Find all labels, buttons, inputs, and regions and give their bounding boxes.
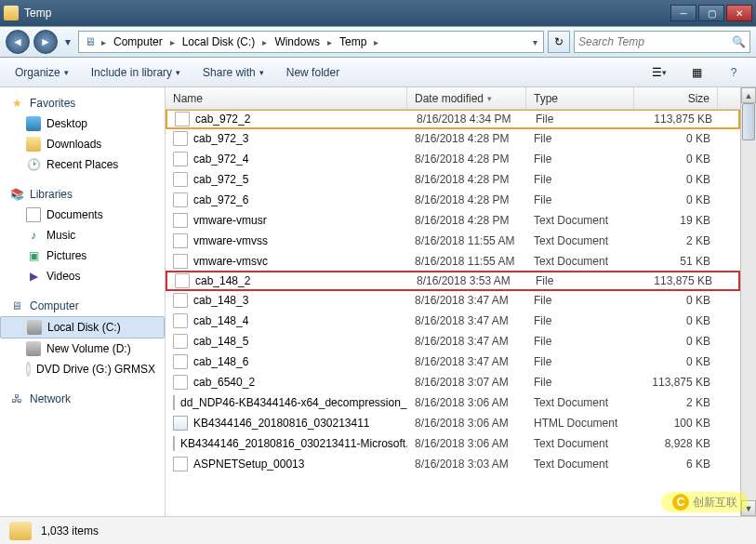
watermark: C 创新互联 — [661, 492, 749, 512]
preview-pane-button[interactable]: ▦ — [683, 63, 710, 82]
file-row[interactable]: vmware-vmsvc8/16/2018 11:55 AMText Docum… — [166, 251, 740, 272]
sidebar-item-dvd-drive[interactable]: DVD Drive (G:) GRMSX — [0, 359, 165, 379]
file-row[interactable]: cab_148_48/16/2018 3:47 AMFile0 KB — [166, 311, 740, 331]
sidebar-item-new-volume-d[interactable]: New Volume (D:) — [0, 338, 165, 359]
file-row[interactable]: dd_NDP46-KB4344146-x64_decompression_log… — [166, 392, 740, 413]
new-folder-button[interactable]: New folder — [281, 62, 345, 83]
file-type: File — [526, 193, 634, 206]
file-row[interactable]: cab_148_58/16/2018 3:47 AMFile0 KB — [166, 331, 740, 352]
file-row[interactable]: cab_972_68/16/2018 4:28 PMFile0 KB — [166, 190, 740, 210]
file-date: 8/16/2018 3:47 AM — [407, 294, 526, 307]
address-dropdown-icon[interactable]: ▾ — [531, 37, 539, 47]
file-row[interactable]: cab_972_28/16/2018 4:34 PMFile113,875 KB — [166, 109, 740, 129]
column-name[interactable]: Name — [166, 87, 407, 109]
sidebar-item-videos[interactable]: ▶Videos — [0, 266, 165, 286]
sidebar-item-documents[interactable]: Documents — [0, 205, 165, 225]
watermark-logo-icon: C — [672, 494, 689, 511]
column-size[interactable]: Size — [634, 87, 718, 109]
file-row[interactable]: KB4344146_20180816_030213411-Microsoft..… — [166, 433, 740, 454]
file-row[interactable]: cab_6540_28/16/2018 3:07 AMFile113,875 K… — [166, 372, 740, 392]
file-size: 0 KB — [634, 314, 718, 327]
favorites-header[interactable]: ★Favorites — [0, 93, 165, 113]
refresh-button[interactable]: ↻ — [548, 31, 570, 53]
file-icon — [173, 254, 188, 269]
file-icon — [173, 416, 188, 431]
file-size: 51 KB — [634, 255, 718, 268]
column-type[interactable]: Type — [526, 87, 634, 109]
view-options-button[interactable]: ☰▾ — [646, 63, 672, 82]
close-button[interactable]: ✕ — [726, 5, 752, 21]
computer-icon: 🖥 — [9, 299, 24, 313]
file-icon — [173, 192, 188, 207]
folder-icon — [26, 137, 41, 152]
file-row[interactable]: cab_148_28/16/2018 3:53 AMFile113,875 KB — [166, 271, 740, 291]
search-input[interactable] — [578, 35, 732, 48]
videos-icon: ▶ — [26, 269, 41, 284]
file-name: cab_148_4 — [193, 314, 248, 327]
file-size: 0 KB — [634, 153, 718, 166]
sidebar-item-desktop[interactable]: Desktop — [0, 113, 165, 134]
file-type: File — [528, 274, 636, 287]
file-name: cab_972_4 — [193, 153, 248, 166]
file-row[interactable]: KB4344146_20180816_0302134118/16/2018 3:… — [166, 413, 740, 433]
file-icon — [173, 233, 188, 248]
sidebar-item-downloads[interactable]: Downloads — [0, 134, 165, 154]
scroll-up-button[interactable]: ▲ — [741, 87, 756, 103]
file-icon — [173, 334, 188, 349]
breadcrumb[interactable]: Computer — [110, 32, 166, 52]
file-size: 113,875 KB — [636, 274, 720, 287]
maximize-button[interactable]: ▢ — [698, 5, 724, 21]
history-dropdown[interactable]: ▾ — [61, 30, 74, 54]
back-button[interactable]: ◄ — [6, 30, 30, 54]
help-button[interactable]: ? — [721, 63, 747, 82]
sidebar-item-music[interactable]: ♪Music — [0, 225, 165, 245]
file-size: 19 KB — [634, 214, 718, 227]
file-row[interactable]: cab_972_48/16/2018 4:28 PMFile0 KB — [166, 149, 740, 169]
column-date-modified[interactable]: Date modified▾ — [407, 87, 526, 109]
file-date: 8/16/2018 3:53 AM — [409, 274, 528, 287]
file-date: 8/16/2018 4:28 PM — [407, 173, 526, 186]
libraries-header[interactable]: 📚Libraries — [0, 184, 165, 205]
libraries-icon: 📚 — [9, 187, 24, 202]
file-date: 8/16/2018 3:47 AM — [407, 335, 526, 348]
file-type: File — [526, 314, 634, 327]
include-library-button[interactable]: Include in library▾ — [86, 62, 186, 83]
sidebar-item-pictures[interactable]: ▣Pictures — [0, 245, 165, 266]
file-row[interactable]: cab_972_58/16/2018 4:28 PMFile0 KB — [166, 169, 740, 190]
sidebar-item-recent[interactable]: 🕑Recent Places — [0, 154, 165, 175]
sidebar-item-local-disk-c[interactable]: Local Disk (C:) — [0, 316, 165, 338]
desktop-icon — [26, 116, 41, 131]
file-row[interactable]: vmware-vmusr8/16/2018 4:28 PMText Docume… — [166, 210, 740, 231]
file-row[interactable]: cab_148_68/16/2018 3:47 AMFile0 KB — [166, 352, 740, 372]
file-icon — [173, 213, 188, 228]
vertical-scrollbar[interactable]: ▲ ▼ — [740, 87, 756, 516]
computer-icon: 🖥 — [83, 34, 98, 49]
file-row[interactable]: cab_148_38/16/2018 3:47 AMFile0 KB — [166, 290, 740, 311]
organize-button[interactable]: Organize▾ — [9, 62, 74, 83]
minimize-button[interactable]: ─ — [670, 5, 696, 21]
file-name: KB4344146_20180816_030213411 — [193, 417, 370, 430]
file-size: 0 KB — [634, 335, 718, 348]
file-type: HTML Document — [526, 417, 634, 430]
share-with-button[interactable]: Share with▾ — [197, 62, 270, 83]
scroll-thumb[interactable] — [742, 103, 755, 140]
file-row[interactable]: ASPNETSetup_000138/16/2018 3:03 AMText D… — [166, 454, 740, 474]
file-list-pane: Name Date modified▾ Type Size cab_972_28… — [166, 87, 740, 516]
search-box[interactable]: 🔍 — [574, 31, 750, 53]
search-icon[interactable]: 🔍 — [732, 35, 746, 48]
forward-button[interactable]: ► — [33, 30, 58, 54]
file-date: 8/16/2018 3:07 AM — [407, 376, 526, 389]
breadcrumb[interactable]: Local Disk (C:) — [179, 32, 259, 52]
file-name: cab_148_2 — [195, 274, 250, 287]
file-type: Text Document — [526, 214, 634, 227]
file-row[interactable]: vmware-vmvss8/16/2018 11:55 AMText Docum… — [166, 231, 740, 251]
file-size: 100 KB — [634, 417, 718, 430]
network-header[interactable]: 🖧Network — [0, 389, 165, 409]
file-icon — [173, 172, 188, 187]
computer-header[interactable]: 🖥Computer — [0, 296, 165, 316]
breadcrumb[interactable]: Windows — [271, 32, 324, 52]
file-row[interactable]: cab_972_38/16/2018 4:28 PMFile0 KB — [166, 128, 740, 149]
breadcrumb[interactable]: Temp — [336, 32, 370, 52]
file-date: 8/16/2018 3:06 AM — [407, 396, 526, 409]
address-bar[interactable]: 🖥 ▸ Computer ▸ Local Disk (C:) ▸ Windows… — [78, 31, 544, 53]
